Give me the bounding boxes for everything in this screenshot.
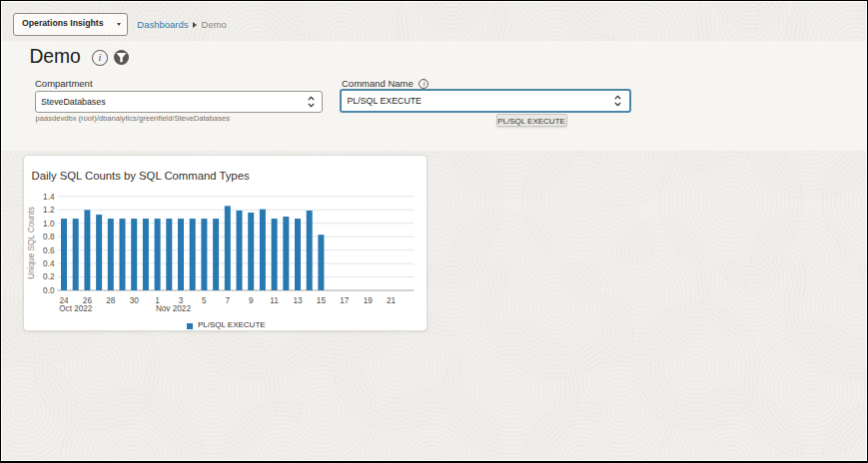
svg-text:0.8: 0.8 — [43, 232, 55, 241]
svg-text:21: 21 — [387, 296, 397, 305]
svg-text:7: 7 — [226, 296, 231, 305]
svg-text:Nov 2022: Nov 2022 — [156, 304, 191, 313]
svg-text:Unique SQL Counts: Unique SQL Counts — [27, 207, 36, 279]
svg-text:9: 9 — [249, 296, 254, 305]
svg-text:1.0: 1.0 — [43, 220, 55, 229]
svg-text:PL/SQL EXECUTE: PL/SQL EXECUTE — [198, 320, 266, 329]
svg-text:0.0: 0.0 — [43, 286, 55, 295]
svg-text:15: 15 — [317, 296, 327, 305]
svg-text:Daily SQL Counts by SQL Comman: Daily SQL Counts by SQL Command Types — [32, 170, 250, 182]
svg-text:13: 13 — [293, 296, 303, 305]
svg-text:17: 17 — [340, 296, 350, 305]
svg-text:0.6: 0.6 — [43, 246, 55, 255]
svg-text:28: 28 — [106, 296, 116, 305]
svg-text:1.4: 1.4 — [43, 193, 55, 202]
svg-text:30: 30 — [130, 296, 140, 305]
svg-text:11: 11 — [270, 296, 279, 305]
svg-text:0.4: 0.4 — [43, 259, 55, 268]
svg-text:5: 5 — [202, 296, 207, 305]
svg-text:0.2: 0.2 — [43, 272, 55, 281]
svg-text:19: 19 — [364, 296, 374, 305]
svg-text:Oct 2022: Oct 2022 — [59, 304, 93, 313]
svg-text:1.2: 1.2 — [43, 206, 55, 215]
